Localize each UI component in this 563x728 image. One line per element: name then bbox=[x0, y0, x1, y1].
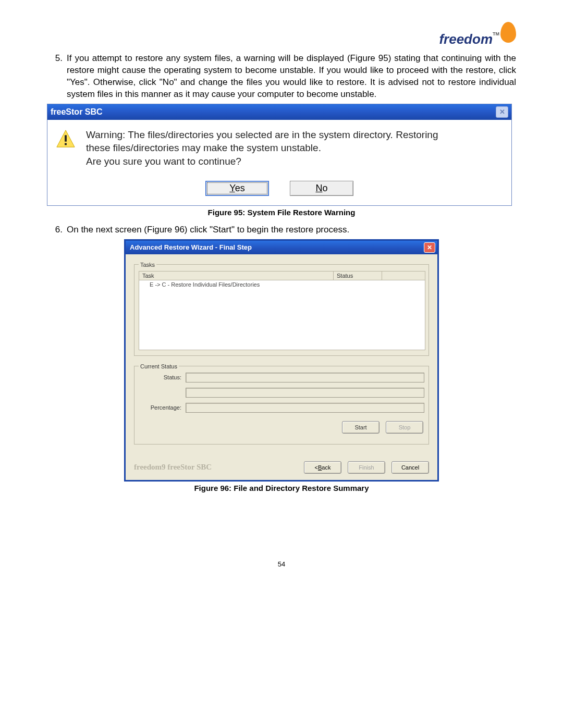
warning-message: Warning: The files/directories you selec… bbox=[86, 128, 438, 168]
tasks-fieldset: Tasks Task Status E -> C - Restore Indiv… bbox=[134, 262, 429, 356]
status-fieldset: Current Status Status: Percentage: Start… bbox=[134, 363, 429, 445]
percentage-label: Percentage: bbox=[139, 404, 186, 411]
wizard-titlebar: Advanced Restore Wizard - Final Step ✕ bbox=[126, 241, 437, 254]
page-number: 54 bbox=[47, 560, 516, 568]
logo-tm: TM bbox=[493, 31, 499, 36]
status-extra bbox=[186, 388, 424, 398]
task-row: E -> C - Restore Individual Files/Direct… bbox=[139, 280, 425, 289]
msg-line: Are you sure you want to continue? bbox=[86, 155, 438, 168]
logo-text: freedom bbox=[439, 31, 493, 47]
list-body: On the next screen (Figure 96) click "St… bbox=[67, 224, 516, 236]
figure-95-caption: Figure 95: System File Restore Warning bbox=[47, 208, 516, 217]
status-label: Status: bbox=[139, 374, 186, 380]
finish-button[interactable]: Finish bbox=[348, 461, 385, 474]
stop-button[interactable]: Stop bbox=[386, 421, 423, 434]
svg-rect-2 bbox=[65, 143, 67, 145]
col-blank bbox=[382, 272, 425, 280]
tasks-header: Task Status bbox=[139, 272, 425, 280]
status-value bbox=[186, 373, 424, 382]
close-button[interactable]: ✕ bbox=[424, 242, 435, 253]
logo-nine-icon bbox=[500, 22, 516, 43]
list-item-5: 5. If you attempt to restore any system … bbox=[47, 53, 516, 101]
close-button[interactable]: ✕ bbox=[496, 106, 508, 118]
list-num: 5. bbox=[47, 53, 67, 101]
tasks-table: Task Status E -> C - Restore Individual … bbox=[139, 271, 425, 350]
warning-dialog: freeStor SBC ✕ Warning: The files/direct… bbox=[47, 104, 512, 206]
msg-line: Warning: The files/directories you selec… bbox=[86, 128, 438, 142]
back-button[interactable]: < Back bbox=[304, 461, 341, 474]
cancel-button[interactable]: Cancel bbox=[391, 461, 429, 474]
warning-icon bbox=[56, 129, 76, 149]
tasks-legend: Tasks bbox=[139, 262, 156, 268]
dialog-title: freeStor SBC bbox=[51, 107, 103, 117]
percentage-value bbox=[186, 403, 424, 413]
wizard-brand: freedom9 freeStor SBC bbox=[134, 463, 212, 472]
no-button[interactable]: No bbox=[290, 181, 353, 196]
restore-wizard-dialog: Advanced Restore Wizard - Final Step ✕ T… bbox=[124, 239, 439, 482]
wizard-title: Advanced Restore Wizard - Final Step bbox=[130, 243, 252, 251]
list-body: If you attempt to restore any system fil… bbox=[67, 53, 516, 101]
start-button[interactable]: Start bbox=[342, 421, 380, 434]
list-item-6: 6. On the next screen (Figure 96) click … bbox=[47, 224, 516, 236]
col-task: Task bbox=[139, 272, 334, 280]
yes-button[interactable]: Yes bbox=[205, 181, 269, 196]
msg-line: these files/directories may make the sys… bbox=[86, 141, 438, 155]
status-legend: Current Status bbox=[139, 363, 179, 369]
list-num: 6. bbox=[47, 224, 67, 236]
figure-96-caption: Figure 96: File and Directory Restore Su… bbox=[47, 484, 516, 492]
dialog-titlebar: freeStor SBC ✕ bbox=[47, 104, 511, 120]
header-logo: freedomTM bbox=[47, 31, 516, 47]
svg-rect-1 bbox=[65, 135, 67, 141]
col-status: Status bbox=[334, 272, 382, 280]
